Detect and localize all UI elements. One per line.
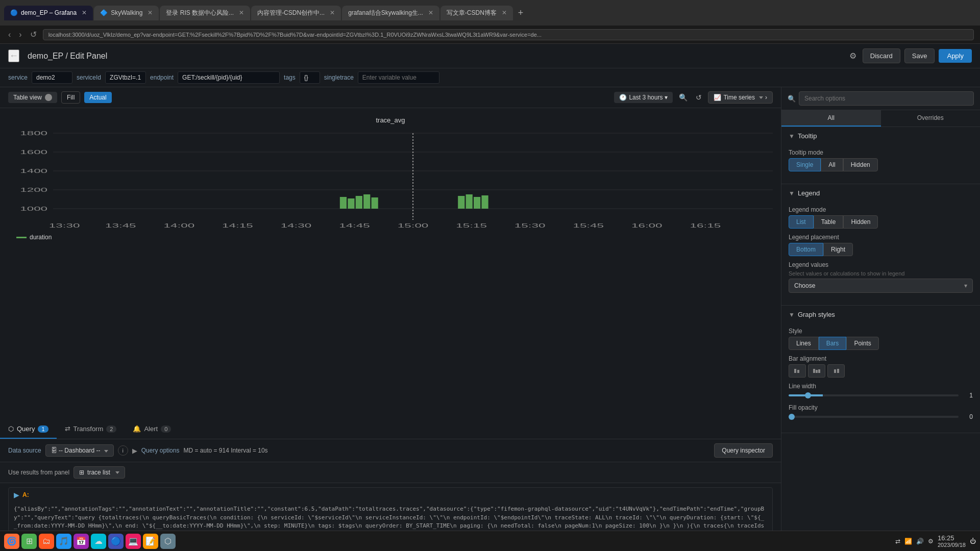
tab-close[interactable]: ✕ (330, 9, 335, 16)
tab-close[interactable]: ✕ (239, 9, 244, 16)
browser-chrome: 🔵 demo_EP – Grafana ✕ 🔷 SkyWalking ✕ 登录 … (0, 0, 980, 26)
panel-icon: ⊞ (79, 469, 84, 476)
legend-bottom-button[interactable]: Bottom (789, 243, 823, 256)
taskbar-icon-settings: ⚙ (928, 538, 934, 545)
datasource-icon: 🗄 (51, 447, 57, 454)
tab-ris[interactable]: 登录 RIS 数据中心风险... ✕ (160, 6, 250, 20)
legend-mode-group: List Table Hidden (789, 215, 973, 229)
tab-close[interactable]: ✕ (148, 9, 153, 16)
tab-csdn1[interactable]: 内容管理-CSDN创作中... ✕ (251, 6, 341, 20)
tooltip-section: ▼ Tooltip Tooltip mode Single All Hidden (781, 127, 980, 184)
tab-close[interactable]: ✕ (428, 9, 433, 16)
graph-styles-section-header[interactable]: ▼ Graph styles (781, 306, 980, 323)
taskbar-icon-2[interactable]: ⊞ (21, 534, 37, 549)
save-button[interactable]: Save (904, 48, 935, 63)
legend-right-button[interactable]: Right (823, 243, 853, 256)
bar-align-center-button[interactable] (808, 364, 825, 378)
tab-query[interactable]: ⬡ Query 1 (0, 420, 57, 439)
service-id-select[interactable]: ZGVtbzI=.1 (105, 71, 146, 84)
time-range-selector[interactable]: 🕐 Last 3 hours ▾ (614, 92, 673, 103)
fill-opacity-row: Fill opacity 0 (789, 404, 973, 420)
tooltip-all-button[interactable]: All (821, 158, 843, 171)
taskbar-icon-10[interactable]: ⬡ (160, 534, 176, 549)
taskbar-icon-9[interactable]: 📝 (143, 534, 158, 549)
legend-placement-label: Legend placement (789, 234, 973, 241)
tab-alert[interactable]: 🔔 Alert 0 (125, 420, 179, 439)
legend-chevron-icon: ▼ (789, 190, 795, 197)
tooltip-chevron-icon: ▼ (789, 133, 795, 140)
actual-button[interactable]: Actual (84, 92, 111, 103)
taskbar-icon-3[interactable]: 🗂 (39, 534, 54, 549)
tab-skywalking[interactable]: 🔷 SkyWalking ✕ (94, 6, 159, 20)
style-bars-button[interactable]: Bars (819, 337, 847, 350)
legend-hidden-button[interactable]: Hidden (843, 215, 878, 229)
endpoint-input[interactable] (178, 71, 280, 84)
clock-date: 2023/09/18 (938, 542, 966, 548)
taskbar-icon-network: 📶 (904, 538, 912, 545)
settings-button[interactable]: ⚙ (847, 49, 859, 63)
legend-table-button[interactable]: Table (814, 215, 844, 229)
forward-button[interactable]: › (17, 28, 23, 41)
reload-button[interactable]: ↺ (28, 28, 39, 41)
legend-list-button[interactable]: List (789, 215, 814, 229)
taskbar-icon-6[interactable]: ☁ (91, 534, 106, 549)
tab-close[interactable]: ✕ (82, 9, 87, 16)
legend-values-label: Legend values (789, 261, 973, 268)
tab-csdn2[interactable]: grafana结合Skywalking生... ✕ (342, 6, 439, 20)
style-lines-button[interactable]: Lines (789, 337, 819, 350)
apply-button[interactable]: Apply (939, 49, 972, 63)
tooltip-section-header[interactable]: ▼ Tooltip (781, 127, 980, 145)
info-button[interactable]: i (118, 445, 128, 456)
style-points-button[interactable]: Points (846, 337, 878, 350)
zoom-button[interactable]: 🔍 (677, 91, 690, 104)
tab-csdn3[interactable]: 写文章-CSDN博客 ✕ (440, 6, 513, 20)
taskbar-icon-7[interactable]: 🔵 (108, 534, 124, 549)
tags-input[interactable] (300, 71, 320, 84)
taskbar-right: ⇄ 📶 🔊 ⚙ 16:25 2023/09/18 ⏻ (895, 534, 976, 548)
taskbar-icon-8[interactable]: 💻 (126, 534, 141, 549)
legend-values-select[interactable]: Choose ▾ (789, 279, 973, 293)
fill-opacity-slider[interactable] (789, 416, 959, 418)
taskbar-icon-1[interactable]: 🌀 (4, 534, 19, 549)
query-inspector-button[interactable]: Query inspector (714, 443, 773, 458)
expand-icon[interactable]: ▶ (132, 447, 137, 455)
tab-grafana[interactable]: 🔵 demo_EP – Grafana ✕ (4, 6, 93, 20)
table-view-label: Table view (13, 94, 42, 101)
panel-select[interactable]: ⊞ trace list (74, 466, 125, 479)
singletrace-label: singletrace (324, 74, 354, 81)
bar-align-left-icon (793, 367, 801, 375)
url-bar[interactable]: localhost:3000/d/uoz_VlkIz/demo_ep?var-e… (43, 29, 974, 40)
taskbar-icon-wifi: 🔊 (916, 538, 924, 545)
line-width-slider[interactable] (789, 394, 959, 396)
taskbar-icon-5[interactable]: 📅 (74, 534, 89, 549)
discard-button[interactable]: Discard (863, 48, 900, 63)
time-range-label: Last 3 hours (629, 94, 663, 101)
visualization-selector[interactable]: 📈 Time series › (708, 91, 773, 104)
back-button[interactable]: ‹ (6, 28, 13, 41)
singletrace-input[interactable] (358, 71, 439, 84)
fill-button[interactable]: Fill (61, 91, 80, 104)
tab-overrides[interactable]: Overrides (881, 110, 981, 127)
new-tab-button[interactable]: + (514, 6, 528, 20)
panel-tabs: ⬡ Query 1 ⇄ Transform 2 🔔 Alert 0 (0, 420, 781, 439)
tab-close[interactable]: ✕ (502, 9, 507, 16)
refresh-button[interactable]: ↺ (694, 91, 704, 104)
back-to-dashboard-button[interactable]: ← (8, 49, 19, 62)
taskbar-icon-4[interactable]: 🎵 (56, 534, 71, 549)
svg-text:14:45: 14:45 (339, 222, 370, 229)
tab-all[interactable]: All (781, 110, 881, 127)
expand-toggle[interactable]: ▶ (14, 491, 19, 499)
tooltip-single-button[interactable]: Single (789, 158, 821, 171)
tooltip-hidden-button[interactable]: Hidden (843, 158, 878, 171)
tab-transform[interactable]: ⇄ Transform 2 (57, 420, 125, 439)
legend-section-header[interactable]: ▼ Legend (781, 184, 980, 202)
datasource-select[interactable]: 🗄 -- Dashboard -- (45, 444, 114, 457)
chart-container: trace_avg 1800 1600 1400 1200 1000 13:30… (0, 108, 781, 420)
svg-rect-22 (340, 197, 347, 209)
page-title: demo_EP / Edit Panel (28, 52, 107, 61)
service-input[interactable] (32, 71, 72, 84)
search-options-input[interactable] (799, 91, 974, 106)
bar-align-right-button[interactable] (827, 364, 845, 378)
table-view-toggle[interactable]: Table view (8, 92, 57, 103)
bar-align-left-button[interactable] (789, 364, 806, 378)
